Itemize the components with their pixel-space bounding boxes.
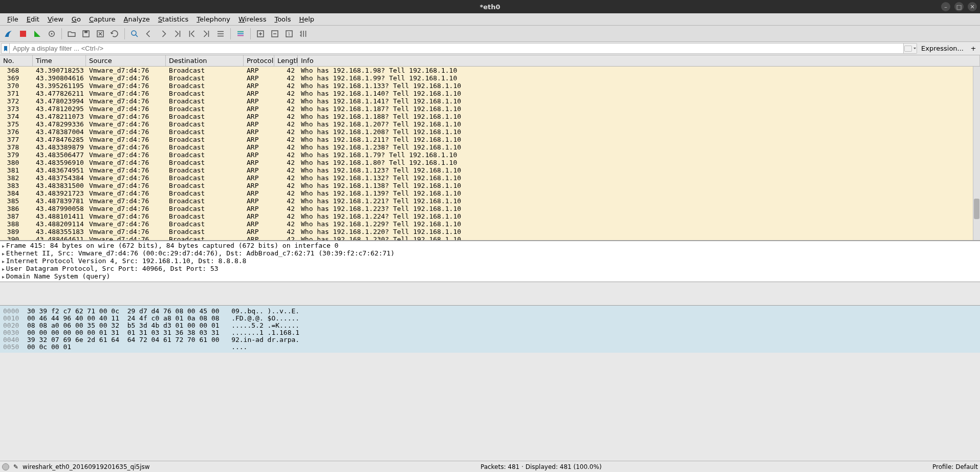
hex-line[interactable]: 0020 08 08 a0 06 00 35 00 32 b5 3d 4b d3… bbox=[3, 322, 977, 329]
zoom-reset-icon[interactable]: 1 bbox=[282, 27, 296, 40]
packet-row[interactable]: 38943.488355183Vmware_d7:d4:76BroadcastA… bbox=[0, 228, 980, 235]
cell-time: 43.483389879 bbox=[33, 143, 86, 151]
packet-row[interactable]: 38643.487990058Vmware_d7:d4:76BroadcastA… bbox=[0, 205, 980, 212]
hex-line[interactable]: 0030 00 00 00 00 00 00 01 31 01 31 03 31… bbox=[3, 329, 977, 336]
expert-info-icon[interactable] bbox=[2, 463, 9, 470]
detail-tree-item[interactable]: Frame 415: 84 bytes on wire (672 bits), … bbox=[2, 242, 978, 250]
packet-row[interactable]: 37743.478476285Vmware_d7:d4:76BroadcastA… bbox=[0, 136, 980, 143]
cell-info: Who has 192.168.1.221? Tell 192.168.1.10 bbox=[298, 197, 980, 205]
menu-help[interactable]: Help bbox=[295, 14, 318, 24]
column-header-length[interactable]: Length bbox=[274, 55, 298, 66]
shark-fin-icon[interactable] bbox=[2, 27, 15, 40]
packet-row[interactable]: 37943.483506477Vmware_d7:d4:76BroadcastA… bbox=[0, 151, 980, 159]
column-header-protocol[interactable]: Protocol bbox=[244, 55, 274, 66]
filter-bookmark-icon[interactable] bbox=[1, 43, 9, 54]
toolbar-separator bbox=[61, 28, 62, 39]
menu-file[interactable]: File bbox=[3, 14, 23, 24]
cell-protocol: ARP bbox=[244, 220, 274, 228]
packet-row[interactable]: 37543.478299336Vmware_d7:d4:76BroadcastA… bbox=[0, 120, 980, 128]
packet-row[interactable]: 37443.478211073Vmware_d7:d4:76BroadcastA… bbox=[0, 113, 980, 120]
cell-time: 43.488464611 bbox=[33, 235, 86, 241]
packet-row[interactable]: 38143.483674951Vmware_d7:d4:76BroadcastA… bbox=[0, 166, 980, 174]
menu-wireless[interactable]: Wireless bbox=[234, 14, 270, 24]
reload-icon[interactable] bbox=[108, 27, 121, 40]
window-minimize-button[interactable]: – bbox=[941, 2, 950, 11]
prev-icon[interactable] bbox=[142, 27, 156, 40]
zoom-in-icon[interactable] bbox=[254, 27, 267, 40]
profile-label[interactable]: Profile: Default bbox=[932, 463, 978, 470]
first-icon[interactable] bbox=[185, 27, 199, 40]
autoscroll-icon[interactable] bbox=[214, 27, 227, 40]
next-icon[interactable] bbox=[157, 27, 170, 40]
packet-list-scrollbar[interactable] bbox=[973, 67, 980, 240]
cell-destination: Broadcast bbox=[166, 82, 244, 90]
menu-view[interactable]: View bbox=[43, 14, 68, 24]
cell-info: Who has 192.168.1.211? Tell 192.168.1.10 bbox=[298, 136, 980, 143]
cell-destination: Broadcast bbox=[166, 97, 244, 105]
packet-row[interactable]: 36843.390718253Vmware_d7:d4:76BroadcastA… bbox=[0, 67, 980, 74]
packet-row[interactable]: 38843.488209114Vmware_d7:d4:76BroadcastA… bbox=[0, 220, 980, 228]
packet-list[interactable]: 36843.390718253Vmware_d7:d4:76BroadcastA… bbox=[0, 67, 980, 241]
packet-row[interactable]: 38743.488101411Vmware_d7:d4:76BroadcastA… bbox=[0, 212, 980, 220]
menu-statistics[interactable]: Statistics bbox=[154, 14, 192, 24]
column-header-source[interactable]: Source bbox=[86, 55, 166, 66]
resize-cols-icon[interactable] bbox=[297, 27, 310, 40]
packet-row[interactable]: 37243.478023994Vmware_d7:d4:76BroadcastA… bbox=[0, 97, 980, 105]
close-file-icon[interactable] bbox=[94, 27, 107, 40]
column-header-destination[interactable]: Destination bbox=[166, 55, 244, 66]
display-filter-input[interactable] bbox=[9, 43, 904, 54]
packet-row[interactable]: 38543.487839781Vmware_d7:d4:76BroadcastA… bbox=[0, 197, 980, 205]
detail-tree-item[interactable]: Domain Name System (query) bbox=[2, 273, 978, 281]
cell-info: Who has 192.168.1.187? Tell 192.168.1.10 bbox=[298, 105, 980, 113]
last-icon[interactable] bbox=[200, 27, 213, 40]
packet-row[interactable]: 37043.395261195Vmware_d7:d4:76BroadcastA… bbox=[0, 82, 980, 90]
cell-time: 43.488209114 bbox=[33, 220, 86, 228]
detail-tree-item[interactable]: Ethernet II, Src: Vmware_d7:d4:76 (00:0c… bbox=[2, 250, 978, 258]
column-header-info[interactable]: Info bbox=[298, 55, 980, 66]
packet-row[interactable]: 38443.483921723Vmware_d7:d4:76BroadcastA… bbox=[0, 189, 980, 197]
stop-icon[interactable] bbox=[16, 27, 30, 40]
cell-info: Who has 192.168.1.238? Tell 192.168.1.10 bbox=[298, 143, 980, 151]
open-icon[interactable] bbox=[65, 27, 78, 40]
hex-line[interactable]: 0040 39 32 07 69 6e 2d 61 64 64 72 04 61… bbox=[3, 336, 977, 344]
zoom-out-icon[interactable] bbox=[268, 27, 281, 40]
packet-row[interactable]: 38243.483754384Vmware_d7:d4:76BroadcastA… bbox=[0, 174, 980, 182]
filter-dropdown-button[interactable] bbox=[904, 43, 917, 54]
column-header-time[interactable]: Time bbox=[33, 55, 86, 66]
packet-row[interactable]: 38343.483831500Vmware_d7:d4:76BroadcastA… bbox=[0, 182, 980, 189]
hex-line[interactable]: 0010 00 46 44 96 40 00 40 11 24 4f c0 a8… bbox=[3, 315, 977, 322]
hex-line[interactable]: 0050 00 0c 00 01 .... bbox=[3, 344, 977, 351]
packet-bytes-hex[interactable]: 0000 30 39 f2 c7 62 71 00 0c 29 d7 d4 76… bbox=[0, 305, 980, 353]
packet-row[interactable]: 37643.478387004Vmware_d7:d4:76BroadcastA… bbox=[0, 128, 980, 136]
detail-tree-item[interactable]: User Datagram Protocol, Src Port: 40966,… bbox=[2, 265, 978, 273]
packet-row[interactable]: 39043.488464611Vmware_d7:d4:76BroadcastA… bbox=[0, 235, 980, 241]
packet-row[interactable]: 36943.390804616Vmware_d7:d4:76BroadcastA… bbox=[0, 74, 980, 82]
packet-row[interactable]: 37143.477826211Vmware_d7:d4:76BroadcastA… bbox=[0, 90, 980, 97]
detail-tree-item[interactable]: Internet Protocol Version 4, Src: 192.16… bbox=[2, 258, 978, 265]
expression-button[interactable]: Expression... bbox=[917, 43, 968, 54]
menu-telephony[interactable]: Telephony bbox=[192, 14, 234, 24]
packet-row[interactable]: 37843.483389879Vmware_d7:d4:76BroadcastA… bbox=[0, 143, 980, 151]
cell-info: Who has 192.168.1.230? Tell 192.168.1.10 bbox=[298, 235, 980, 241]
restart-icon[interactable] bbox=[31, 27, 44, 40]
colorize-icon[interactable] bbox=[234, 27, 247, 40]
packet-row[interactable]: 37343.478120295Vmware_d7:d4:76BroadcastA… bbox=[0, 105, 980, 113]
jump-icon[interactable] bbox=[171, 27, 184, 40]
menu-analyze[interactable]: Analyze bbox=[120, 14, 154, 24]
window-maximize-button[interactable]: □ bbox=[954, 2, 964, 11]
options-icon[interactable] bbox=[45, 27, 58, 40]
hex-line[interactable]: 0000 30 39 f2 c7 62 71 00 0c 29 d7 d4 76… bbox=[3, 308, 977, 315]
menu-tools[interactable]: Tools bbox=[270, 14, 295, 24]
find-icon[interactable] bbox=[128, 27, 141, 40]
packet-row[interactable]: 38043.483596910Vmware_d7:d4:76BroadcastA… bbox=[0, 159, 980, 166]
save-icon[interactable] bbox=[79, 27, 93, 40]
menu-capture[interactable]: Capture bbox=[85, 14, 120, 24]
menu-edit[interactable]: Edit bbox=[23, 14, 43, 24]
packet-details-tree[interactable]: Frame 415: 84 bytes on wire (672 bits), … bbox=[0, 241, 980, 282]
add-filter-button[interactable]: + bbox=[968, 43, 979, 54]
window-close-button[interactable]: ✕ bbox=[968, 2, 977, 11]
column-header-no[interactable]: No. bbox=[0, 55, 33, 66]
cell-time: 43.487839781 bbox=[33, 197, 86, 205]
cell-no: 372 bbox=[0, 97, 33, 105]
menu-go[interactable]: Go bbox=[68, 14, 85, 24]
